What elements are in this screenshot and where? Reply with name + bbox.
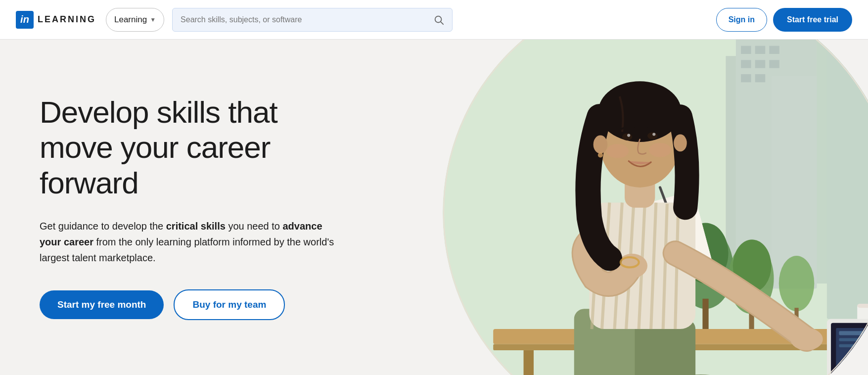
svg-rect-8 bbox=[769, 46, 779, 54]
logo-link[interactable]: in LEARNING bbox=[16, 11, 96, 29]
hero-buttons: Start my free month Buy for my team bbox=[40, 289, 346, 320]
hero-desc-bold1: critical skills bbox=[166, 221, 226, 232]
hero-description: Get guidance to develop the critical ski… bbox=[40, 218, 346, 266]
svg-rect-7 bbox=[755, 46, 765, 54]
svg-point-68 bbox=[647, 132, 657, 139]
sign-in-button[interactable]: Sign in bbox=[716, 8, 767, 32]
svg-rect-12 bbox=[741, 74, 751, 82]
svg-rect-35 bbox=[839, 331, 868, 335]
linkedin-logo-icon: in bbox=[16, 11, 34, 29]
svg-line-1 bbox=[441, 22, 443, 24]
hero-desc-text2: you need to bbox=[226, 221, 283, 232]
svg-rect-19 bbox=[702, 299, 708, 329]
search-input[interactable] bbox=[181, 15, 428, 24]
svg-rect-14 bbox=[827, 40, 868, 319]
svg-rect-6 bbox=[741, 46, 751, 54]
learning-dropdown-label: Learning bbox=[114, 15, 147, 25]
svg-rect-36 bbox=[839, 338, 868, 341]
svg-rect-13 bbox=[755, 74, 765, 82]
svg-point-0 bbox=[435, 16, 442, 22]
svg-rect-15 bbox=[817, 40, 826, 283]
hero-image-area bbox=[383, 40, 868, 375]
svg-point-23 bbox=[779, 256, 815, 311]
buy-for-team-button[interactable]: Buy for my team bbox=[174, 289, 285, 320]
svg-point-69 bbox=[627, 134, 630, 137]
svg-rect-9 bbox=[741, 60, 751, 68]
hero-section: Develop skills that move your career for… bbox=[0, 40, 868, 375]
svg-point-71 bbox=[594, 136, 608, 154]
chevron-down-icon: ▼ bbox=[150, 16, 156, 23]
start-free-month-button[interactable]: Start my free month bbox=[40, 290, 164, 319]
svg-rect-11 bbox=[769, 60, 779, 68]
learning-dropdown-button[interactable]: Learning ▼ bbox=[106, 8, 164, 32]
svg-point-63 bbox=[790, 328, 822, 350]
search-bar bbox=[172, 8, 453, 32]
svg-point-70 bbox=[652, 133, 655, 136]
svg-point-75 bbox=[606, 144, 629, 158]
hero-desc-text1: Get guidance to develop the bbox=[40, 221, 166, 232]
svg-rect-10 bbox=[755, 60, 765, 68]
svg-point-67 bbox=[622, 134, 632, 141]
hero-content: Develop skills that move your career for… bbox=[0, 40, 386, 375]
hero-image bbox=[443, 40, 868, 375]
hero-title: Develop skills that move your career for… bbox=[40, 94, 346, 200]
svg-point-72 bbox=[598, 152, 603, 157]
svg-point-73 bbox=[674, 135, 687, 152]
search-button[interactable] bbox=[433, 14, 444, 25]
svg-point-76 bbox=[649, 143, 671, 157]
logo-text: LEARNING bbox=[38, 14, 96, 25]
svg-rect-27 bbox=[524, 350, 534, 375]
header: in LEARNING Learning ▼ Sign in Start fre… bbox=[0, 0, 868, 40]
start-free-trial-button[interactable]: Start free trial bbox=[773, 8, 852, 32]
svg-rect-31 bbox=[857, 304, 868, 308]
search-icon bbox=[433, 14, 444, 25]
